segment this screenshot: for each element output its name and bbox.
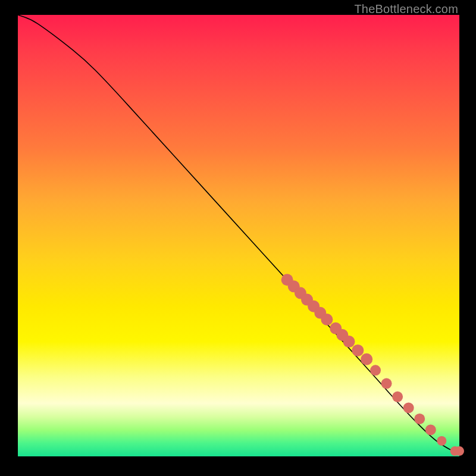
highlight-dots-group bbox=[281, 274, 464, 456]
highlight-dot bbox=[403, 402, 414, 413]
highlight-dot bbox=[352, 345, 364, 356]
highlight-dot bbox=[425, 424, 436, 435]
highlight-dot bbox=[361, 353, 372, 365]
plot-area bbox=[18, 15, 459, 456]
highlight-dot bbox=[381, 378, 392, 389]
highlight-dot bbox=[414, 414, 425, 424]
highlight-dot bbox=[370, 365, 381, 375]
highlight-dot bbox=[321, 314, 333, 325]
highlight-dot bbox=[455, 446, 464, 456]
chart-stage: TheBottleneck.com bbox=[0, 0, 476, 476]
chart-svg bbox=[18, 15, 459, 456]
highlight-dot bbox=[437, 436, 446, 446]
highlight-dot bbox=[343, 336, 355, 347]
bottleneck-curve bbox=[18, 15, 459, 452]
highlight-dot bbox=[392, 392, 403, 402]
attribution-text: TheBottleneck.com bbox=[354, 2, 458, 16]
